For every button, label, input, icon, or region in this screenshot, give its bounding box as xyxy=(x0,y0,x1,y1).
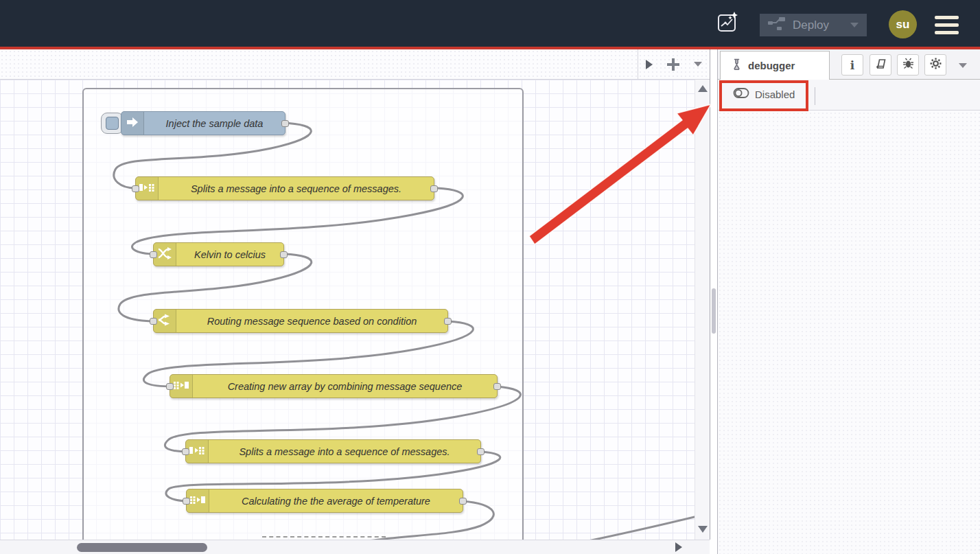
node-split-2[interactable]: Splits a message into a sequence of mess… xyxy=(185,439,481,463)
node-join-1[interactable]: Creating new array by combining message … xyxy=(170,374,498,398)
input-port[interactable] xyxy=(150,318,157,325)
debugger-toolbar: Disabled xyxy=(718,80,980,111)
gear-icon xyxy=(930,58,942,72)
output-port[interactable] xyxy=(459,498,467,505)
partial-node-outline xyxy=(262,536,386,538)
input-port[interactable] xyxy=(132,185,139,192)
sidebar-header: debugger i xyxy=(718,49,980,80)
book-icon xyxy=(875,58,887,72)
ai-assistant-button[interactable] xyxy=(714,11,740,37)
output-port[interactable] xyxy=(493,383,501,390)
user-avatar[interactable]: su xyxy=(889,10,917,38)
avatar-initials: su xyxy=(896,18,910,32)
sidebar-tab-debugger[interactable]: debugger xyxy=(720,51,830,80)
deploy-button-label: Deploy xyxy=(793,19,829,32)
node-label: Splits a message into a sequence of mess… xyxy=(209,440,480,463)
input-port[interactable] xyxy=(182,448,189,455)
scroll-up-icon[interactable] xyxy=(698,85,708,92)
vertical-scrollbar[interactable] xyxy=(710,49,717,554)
workspace-tab-bar xyxy=(0,49,710,80)
add-flow-icon[interactable] xyxy=(667,58,679,71)
app-header: Deploy su xyxy=(0,0,980,47)
toggle-off-icon xyxy=(733,87,749,102)
join-icon xyxy=(174,380,189,393)
flask-icon xyxy=(732,58,742,73)
settings-button[interactable] xyxy=(924,54,946,76)
node-switch[interactable]: Routing message sequence based on condit… xyxy=(153,309,448,333)
toolbar-separator xyxy=(815,87,815,105)
node-label: Inject the sample data xyxy=(144,112,285,135)
node-label: Routing message sequence based on condit… xyxy=(176,310,447,332)
horizontal-scrollbar[interactable] xyxy=(0,540,710,554)
node-label: Kelvin to celcius xyxy=(176,243,283,266)
output-port[interactable] xyxy=(280,251,288,258)
horizontal-scrollbar-thumb[interactable] xyxy=(77,543,207,552)
output-port[interactable] xyxy=(281,120,289,127)
node-join-2[interactable]: Calculating the the average of temperatu… xyxy=(186,489,463,513)
node-change[interactable]: Kelvin to celcius xyxy=(153,242,284,266)
tab-bar-controls xyxy=(638,49,710,79)
node-label: Splits a message into a sequence of mess… xyxy=(159,177,434,200)
disabled-toggle-label: Disabled xyxy=(755,89,795,100)
vertical-scrollbar-thumb[interactable] xyxy=(712,288,716,334)
scroll-right-icon[interactable] xyxy=(675,542,682,552)
tab-scroll-right-icon[interactable] xyxy=(646,60,653,69)
join-icon xyxy=(190,494,205,508)
node-inject[interactable]: Inject the sample data xyxy=(121,111,285,135)
info-icon: i xyxy=(850,58,854,72)
input-port[interactable] xyxy=(183,498,190,505)
node-red-app: Deploy su xyxy=(0,0,980,554)
deploy-chevron-icon[interactable] xyxy=(850,23,859,27)
flow-list-chevron-icon[interactable] xyxy=(694,62,702,67)
change-shuffle-icon xyxy=(158,247,172,262)
wire xyxy=(522,517,695,540)
sidebar: debugger i xyxy=(717,49,980,554)
sidebar-tab-label: debugger xyxy=(748,60,795,71)
input-port[interactable] xyxy=(150,251,157,258)
node-label: Calculating the the average of temperatu… xyxy=(209,489,463,512)
split-icon xyxy=(139,182,154,196)
deploy-nodes-icon xyxy=(768,17,786,34)
menu-icon xyxy=(935,16,959,19)
info-button[interactable]: i xyxy=(841,54,863,76)
switch-fork-icon xyxy=(158,314,172,329)
canvas-vertical-scroll-gutter xyxy=(695,80,710,540)
node-split-1[interactable]: Splits a message into a sequence of mess… xyxy=(135,176,434,200)
bug-icon xyxy=(902,58,914,72)
docs-button[interactable] xyxy=(870,54,891,76)
inject-arrow-icon xyxy=(126,117,139,130)
sidebar-menu-chevron-icon[interactable] xyxy=(959,63,967,68)
main-menu-button[interactable] xyxy=(935,16,959,34)
output-port[interactable] xyxy=(430,185,438,192)
split-icon xyxy=(189,445,205,459)
input-port[interactable] xyxy=(166,383,174,390)
deploy-button[interactable]: Deploy xyxy=(760,14,867,36)
node-label: Creating new array by combining message … xyxy=(193,375,497,397)
debugger-disabled-toggle[interactable]: Disabled xyxy=(733,87,795,102)
output-port[interactable] xyxy=(477,448,485,455)
flow-canvas[interactable]: Inject the sample data Splits a message … xyxy=(0,80,695,540)
scroll-down-icon[interactable] xyxy=(698,526,708,533)
ai-flow-icon xyxy=(714,10,740,38)
debug-button[interactable] xyxy=(897,54,919,76)
output-port[interactable] xyxy=(444,318,452,325)
